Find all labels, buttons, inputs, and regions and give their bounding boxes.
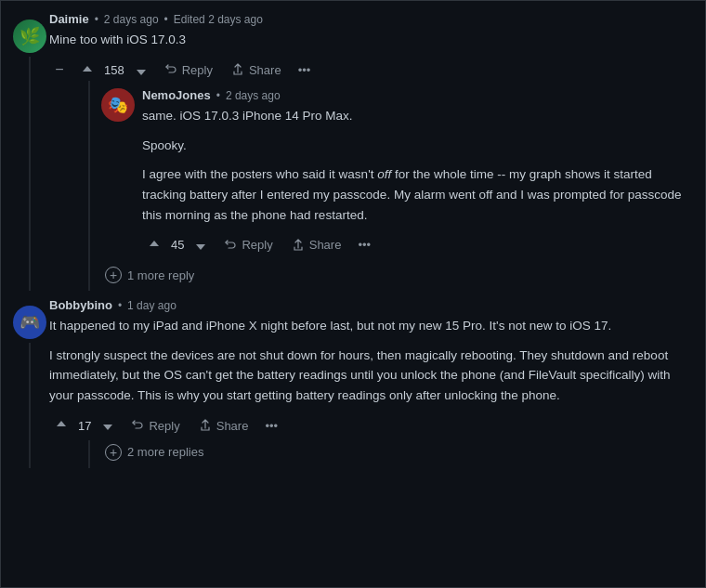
daimie-timestamp: 2 days ago [104, 13, 159, 26]
daimie-share-label: Share [249, 63, 281, 77]
nemo-upvote-btn[interactable] [142, 235, 166, 255]
bobby-vote-count: 17 [75, 419, 94, 433]
daimie-reply-btn[interactable]: Reply [157, 59, 220, 81]
daimie-text: Mine too with iOS 17.0.3 [49, 30, 696, 50]
daimie-replies: NemoJones • 2 days ago same. iOS 17.0.3 … [88, 81, 696, 291]
bobby-avatar [13, 306, 46, 339]
bobby-share-label: Share [216, 419, 249, 433]
nemo-text-3: I agree with the posters who said it was… [142, 164, 692, 225]
nemo-body: NemoJones • 2 days ago same. iOS 17.0.3 … [142, 88, 692, 255]
nemo-share-btn[interactable]: Share [284, 234, 349, 255]
upvote-icon [81, 63, 94, 78]
nemo-reply-btn[interactable]: Reply [216, 234, 280, 255]
daimie-more-btn[interactable]: ••• [293, 59, 317, 81]
bobby-text-1: It happened to my iPad and iPhone X nigh… [49, 316, 696, 336]
daimie-vote-section: 158 [75, 59, 153, 82]
comment-bobbybino: Bobbybino • 1 day ago It happened to my … [10, 298, 696, 467]
daimie-collapse-btn[interactable]: − [49, 59, 70, 80]
nemo-timestamp: 2 days ago [226, 89, 281, 102]
downvote-icon [135, 63, 148, 78]
bobby-username: Bobbybino [49, 298, 112, 312]
bobby-left-col [10, 298, 49, 467]
daimie-edited: Edited 2 days ago [174, 13, 263, 26]
expand-circle-nemo: + [105, 267, 122, 283]
collapse-icon: − [55, 61, 63, 78]
expand-icon-bobby: + [110, 446, 117, 459]
nemo-actions: 45 [142, 234, 692, 255]
daimie-reply-label: Reply [182, 63, 213, 77]
nemo-username: NemoJones [142, 88, 211, 102]
nemo-more-replies-text: 1 more reply [127, 268, 194, 282]
thread-line-bobby [29, 343, 31, 467]
nemo-reply-label: Reply [242, 238, 272, 252]
daimie-header: Daimie • 2 days ago • Edited 2 days ago [49, 12, 696, 26]
bobby-timestamp: 1 day ago [127, 299, 176, 312]
bobby-more-replies[interactable]: + 2 more replies [98, 440, 696, 468]
bobby-nested-replies: + 2 more replies [88, 440, 696, 468]
bobby-more-btn[interactable]: ••• [259, 415, 283, 437]
daimie-content: Daimie • 2 days ago • Edited 2 days ago … [49, 12, 696, 291]
expand-icon-nemo: + [110, 268, 117, 281]
nemo-more-btn[interactable]: ••• [352, 234, 376, 255]
bobby-share-btn[interactable]: Share [191, 415, 256, 437]
daimie-username: Daimie [49, 12, 89, 26]
daimie-share-btn[interactable]: Share [224, 59, 289, 81]
comment-daimie: Daimie • 2 days ago • Edited 2 days ago … [10, 12, 696, 291]
bobby-reply-label: Reply [149, 419, 179, 433]
bobby-actions: 17 Reply [49, 415, 696, 437]
nemo-share-label: Share [309, 238, 342, 252]
bobby-content: Bobbybino • 1 day ago It happened to my … [49, 298, 696, 467]
bobby-reply-btn[interactable]: Reply [124, 415, 187, 437]
bobby-upvote-btn[interactable] [49, 415, 73, 436]
bobby-text-2: I strongly suspect the devices are not s… [49, 346, 696, 406]
nemo-avatar [101, 88, 135, 122]
nemo-text-2: Spooky. [142, 136, 692, 156]
bobby-header: Bobbybino • 1 day ago [49, 298, 696, 312]
nemo-downvote-btn[interactable] [189, 235, 213, 255]
nemo-vote-count: 45 [168, 238, 187, 252]
daimie-actions: − 158 [49, 59, 696, 82]
daimie-left-col [10, 12, 49, 291]
comments-container: Daimie • 2 days ago • Edited 2 days ago … [0, 0, 706, 588]
daimie-vote-count: 158 [101, 63, 127, 77]
nemo-text-1: same. iOS 17.0.3 iPhone 14 Pro Max. [142, 106, 692, 126]
nemo-more-replies[interactable]: + 1 more reply [98, 263, 696, 291]
bobby-downvote-btn[interactable] [96, 415, 120, 436]
comment-nemojones: NemoJones • 2 days ago same. iOS 17.0.3 … [98, 81, 696, 263]
daimie-avatar [13, 20, 46, 53]
bobby-more-replies-text: 2 more replies [127, 445, 203, 459]
nemo-vote-section: 45 [142, 235, 213, 255]
thread-line-daimie [29, 57, 31, 291]
expand-circle-bobby: + [105, 444, 122, 461]
daimie-downvote-btn[interactable] [129, 59, 153, 82]
daimie-upvote-btn[interactable] [75, 59, 99, 82]
bobby-vote-section: 17 [49, 415, 120, 436]
nemo-header: NemoJones • 2 days ago [142, 88, 692, 102]
